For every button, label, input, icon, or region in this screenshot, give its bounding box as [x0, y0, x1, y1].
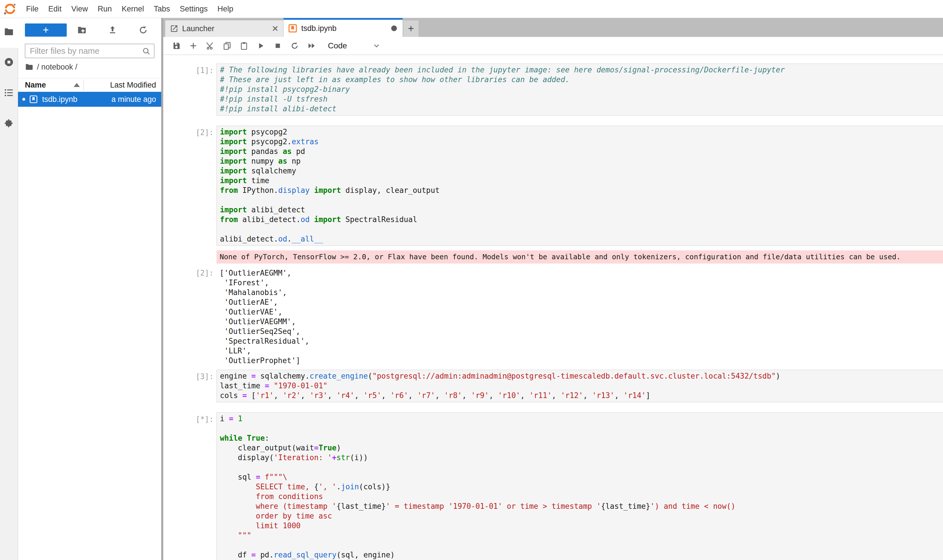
file-browser-panel: + / notebook /: [18, 18, 161, 560]
cell-type-label: Code: [328, 41, 347, 50]
running-sessions-icon[interactable]: [4, 57, 14, 67]
jupyter-logo-icon: [3, 2, 17, 15]
sidebar-splitter[interactable]: [161, 18, 163, 560]
menu-view[interactable]: View: [66, 0, 93, 18]
execution-prompt: [3]:: [163, 370, 215, 402]
filter-files-input[interactable]: [25, 44, 154, 58]
notebook-cell-2: None of PyTorch, TensorFlow >= 2.0, or F…: [163, 251, 943, 263]
menu-help[interactable]: Help: [213, 0, 238, 18]
restart-kernel-icon[interactable]: [286, 40, 303, 52]
extension-manager-icon[interactable]: [4, 119, 14, 129]
interrupt-kernel-icon[interactable]: [269, 40, 286, 52]
file-row-tsdb-ipynb[interactable]: tsdb.ipynb a minute ago: [18, 92, 161, 107]
search-icon: [142, 47, 151, 56]
cell-input-editor[interactable]: engine = sqlalchemy.create_engine("postg…: [216, 370, 943, 402]
file-last-modified: a minute ago: [111, 95, 161, 104]
execution-prompt: [*]:: [163, 412, 215, 560]
sort-ascending-icon[interactable]: [74, 83, 80, 87]
cell-output: ['OutlierAEGMM', 'IForest', 'Mahalanobis…: [216, 268, 943, 365]
notebook-cell-0: [1]:# The following libraries have alrea…: [163, 63, 943, 115]
unsaved-changes-dot[interactable]: [391, 25, 397, 31]
menu-settings[interactable]: Settings: [175, 0, 213, 18]
stderr-output: None of PyTorch, TensorFlow >= 2.0, or F…: [216, 251, 943, 263]
running-kernel-dot: [22, 98, 25, 101]
notebook-cell-5: [*]:i = 1 while True: clear_output(wait=…: [163, 412, 943, 560]
activity-bar: [0, 18, 18, 560]
tab-tsdb-ipynb[interactable]: tsdb.ipynb: [284, 18, 403, 37]
upload-button[interactable]: [97, 23, 128, 37]
menu-file[interactable]: File: [21, 0, 43, 18]
cell-input-editor[interactable]: # The following libraries have already b…: [216, 63, 943, 115]
execution-prompt: [2]:: [163, 268, 215, 365]
notebook-file-icon: [29, 95, 38, 104]
main-work-area: Launcher ✕ tsdb.ipynb +: [163, 18, 943, 560]
execution-prompt: [1]:: [163, 63, 215, 115]
insert-cell-icon[interactable]: [185, 40, 202, 52]
file-browser-folder-icon[interactable]: [4, 27, 14, 37]
document-tab-bar: Launcher ✕ tsdb.ipynb +: [163, 18, 943, 37]
save-button[interactable]: [168, 40, 185, 52]
menu-run[interactable]: Run: [93, 0, 117, 18]
execution-prompt: [2]:: [163, 126, 215, 246]
menu-edit[interactable]: Edit: [43, 0, 67, 18]
menu-bar-items: FileEditViewRunKernelTabsSettingsHelp: [21, 0, 238, 18]
notebook-cell-3: [2]:['OutlierAEGMM', 'IForest', 'Mahalan…: [163, 268, 943, 365]
close-tab-icon[interactable]: ✕: [272, 24, 279, 34]
cell-input-editor[interactable]: i = 1 while True: clear_output(wait=True…: [216, 412, 943, 560]
tab-launcher[interactable]: Launcher ✕: [165, 20, 284, 37]
jupyterlab-window: FileEditViewRunKernelTabsSettingsHelp: [0, 0, 943, 560]
run-cell-icon[interactable]: [252, 40, 269, 52]
paste-cells-icon[interactable]: [235, 40, 252, 52]
menu-bar: FileEditViewRunKernelTabsSettingsHelp: [0, 0, 943, 18]
new-launcher-button[interactable]: +: [25, 23, 67, 37]
notebook-toolbar: Code: [163, 37, 943, 55]
new-folder-button[interactable]: [67, 23, 97, 37]
notebook-icon: [288, 24, 297, 33]
chevron-down-icon: [372, 42, 381, 50]
tab-launcher-label: Launcher: [182, 24, 215, 33]
notebook-scroll-area[interactable]: [1]:# The following libraries have alrea…: [163, 55, 943, 560]
refresh-button[interactable]: [128, 23, 158, 37]
cell-input-editor[interactable]: import psycopg2import psycopg2.extrasimp…: [216, 126, 943, 246]
file-browser-toolbar: +: [18, 18, 161, 42]
launcher-icon: [170, 24, 178, 33]
execution-prompt: [163, 251, 215, 263]
notebook-cell-4: [3]:engine = sqlalchemy.create_engine("p…: [163, 370, 943, 402]
cut-cells-icon[interactable]: [202, 40, 219, 52]
cell-type-dropdown[interactable]: Code: [328, 41, 381, 50]
breadcrumb-path: / notebook /: [37, 63, 77, 72]
filter-box: [25, 44, 154, 58]
restart-run-all-icon[interactable]: [303, 40, 320, 52]
tab-tsdb-label: tsdb.ipynb: [301, 24, 336, 33]
file-name: tsdb.ipynb: [42, 95, 77, 104]
breadcrumb[interactable]: / notebook /: [18, 58, 161, 76]
column-last-modified[interactable]: Last Modified: [110, 81, 161, 89]
notebook-cell-1: [2]:import psycopg2import psycopg2.extra…: [163, 126, 943, 246]
column-divider: [83, 80, 84, 90]
column-name[interactable]: Name: [18, 81, 46, 89]
copy-cells-icon[interactable]: [219, 40, 235, 52]
new-tab-button[interactable]: +: [403, 20, 419, 37]
table-of-contents-icon[interactable]: [4, 88, 14, 98]
file-list-header: Name Last Modified: [18, 78, 161, 92]
menu-kernel[interactable]: Kernel: [117, 0, 149, 18]
home-folder-icon: [25, 63, 34, 71]
menu-tabs[interactable]: Tabs: [149, 0, 175, 18]
